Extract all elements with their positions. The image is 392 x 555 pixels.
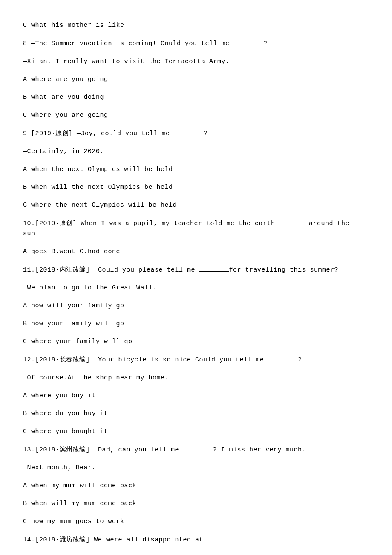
q8-option-b: B.what are you doing (23, 92, 369, 103)
q9-option-b: B.when will the next Olympics be held (23, 182, 369, 193)
q11-prompt: 11.[2018·内江改编] —Could you please tell me… (23, 265, 369, 275)
q13-option-c: C.how my mum goes to work (23, 517, 369, 527)
q12-prompt-post: ? (298, 356, 302, 364)
q13-response: —Next month, Dear. (23, 463, 369, 473)
q14-option-a: A.what does the boy say (23, 553, 369, 555)
q12-option-b: B.where do you buy it (23, 409, 369, 419)
q9-option-c: C.where the next Olympics will be held (23, 200, 369, 211)
q11-prompt-post: for travelling this summer? (229, 266, 339, 274)
q9-option-a: A.when the next Olympics will be held (23, 165, 369, 175)
q12-response: —Of course.At the shop near my home. (23, 373, 369, 383)
q9-prompt-post: ? (204, 130, 208, 137)
q9-prompt-pre: 9.[2019·原创] —Joy, could you tell me (23, 130, 174, 137)
q9-response: —Certainly, in 2020. (23, 147, 369, 157)
q14-prompt: 14.[2018·潍坊改编] We were all disappointed … (23, 535, 369, 545)
q12-option-c: C.where you bought it (23, 427, 369, 437)
q10-options: A.goes B.went C.had gone (23, 247, 369, 257)
q13-option-b: B.when will my mum come back (23, 499, 369, 509)
q13-prompt: 13.[2018·滨州改编] —Dad, can you tell me ? I… (23, 445, 369, 455)
blank (183, 445, 213, 451)
blank (268, 355, 298, 361)
q7-option-c: C.what his mother is like (23, 20, 369, 31)
q8-option-c: C.where you are going (23, 110, 369, 121)
q12-prompt-pre: 12.[2018·长春改编] —Your bicycle is so nice.… (23, 356, 268, 364)
q8-prompt: 8.—The Summer vacation is coming! Could … (23, 38, 369, 49)
q14-prompt-pre: 14.[2018·潍坊改编] We were all disappointed … (23, 536, 208, 543)
q8-prompt-pre: 8.—The Summer vacation is coming! Could … (23, 40, 233, 47)
blank (199, 265, 229, 272)
q11-option-c: C.where your family will go (23, 337, 369, 347)
q11-response: —We plan to go to the Great Wall. (23, 283, 369, 293)
blank (174, 128, 204, 135)
q14-prompt-post: . (237, 536, 242, 543)
blank (208, 535, 237, 541)
q10-prompt-pre: 10.[2019·原创] When I was a pupil, my teac… (23, 220, 279, 227)
q8-response: —Xi'an. I really want to visit the Terra… (23, 57, 369, 67)
q10-prompt: 10.[2019·原创] When I was a pupil, my teac… (23, 218, 369, 239)
q13-prompt-post: ? I miss her very much. (213, 446, 306, 454)
q13-option-a: A.when my mum will come back (23, 481, 369, 491)
q8-option-a: A.where are you going (23, 75, 369, 85)
q13-prompt-pre: 13.[2018·滨州改编] —Dad, can you tell me (23, 446, 183, 454)
q12-option-a: A.where you buy it (23, 391, 369, 401)
q11-option-a: A.how will your family go (23, 301, 369, 311)
q11-prompt-pre: 11.[2018·内江改编] —Could you please tell me (23, 266, 199, 274)
q8-prompt-post: ? (263, 40, 268, 47)
q12-prompt: 12.[2018·长春改编] —Your bicycle is so nice.… (23, 355, 369, 365)
blank (233, 38, 263, 45)
q9-prompt: 9.[2019·原创] —Joy, could you tell me ? (23, 128, 369, 139)
blank (279, 218, 309, 225)
q11-option-b: B.how your family will go (23, 319, 369, 329)
